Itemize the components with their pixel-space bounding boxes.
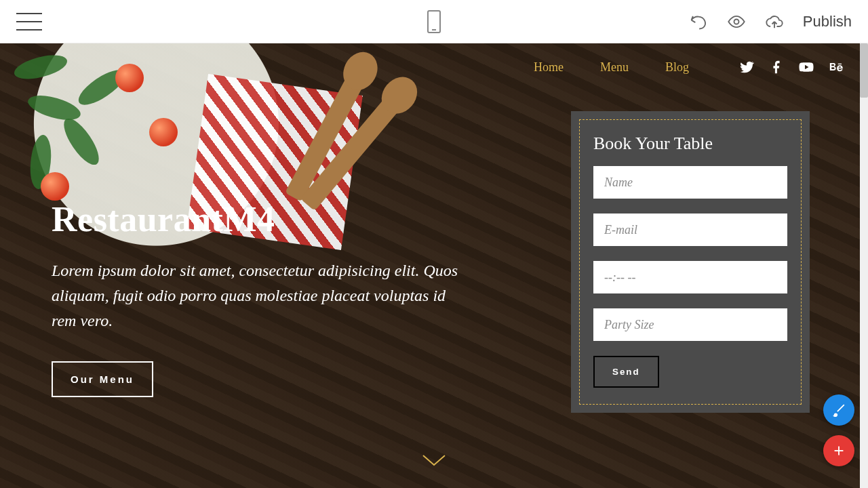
send-button[interactable]: Send [593, 356, 659, 388]
our-menu-button[interactable]: Our Menu [52, 361, 153, 397]
name-field[interactable] [593, 166, 787, 199]
twitter-icon[interactable] [739, 60, 754, 75]
nav-link-menu[interactable]: Menu [600, 60, 629, 75]
builder-toolbar: Publish [0, 0, 868, 43]
preview-eye-icon[interactable] [727, 12, 746, 31]
hamburger-menu-icon[interactable] [16, 13, 42, 30]
scrollbar[interactable] [860, 43, 868, 488]
hero-description: Lorem ipsum dolor sit amet, consectetur … [52, 258, 458, 334]
site-nav: Home Menu Blog [534, 60, 844, 75]
nav-link-home[interactable]: Home [534, 60, 564, 75]
email-field[interactable] [593, 214, 787, 246]
time-field[interactable] [593, 261, 787, 293]
style-fab-button[interactable] [823, 394, 854, 426]
youtube-icon[interactable] [799, 60, 814, 75]
brush-icon [831, 403, 846, 418]
mobile-preview-icon[interactable] [427, 10, 441, 33]
publish-cloud-icon[interactable] [765, 12, 784, 31]
facebook-icon[interactable] [769, 60, 784, 75]
page-title: RestaurantM4 [52, 199, 458, 239]
booking-title: Book Your Table [593, 134, 787, 154]
social-icons [739, 60, 844, 75]
svg-point-0 [734, 19, 738, 24]
plus-icon [831, 443, 846, 458]
nav-link-blog[interactable]: Blog [665, 60, 689, 75]
booking-panel: Book Your Table Send [571, 111, 810, 413]
scroll-down-chevron-icon[interactable] [420, 453, 448, 470]
add-block-fab-button[interactable] [823, 435, 854, 466]
behance-icon[interactable] [829, 60, 844, 75]
party-size-field[interactable] [593, 308, 787, 341]
hero-section: Home Menu Blog RestaurantM4 Lorem ipsum … [0, 43, 868, 488]
hero-text: RestaurantM4 Lorem ipsum dolor sit amet,… [52, 199, 458, 397]
undo-icon[interactable] [689, 12, 708, 31]
publish-button[interactable]: Publish [803, 13, 852, 30]
